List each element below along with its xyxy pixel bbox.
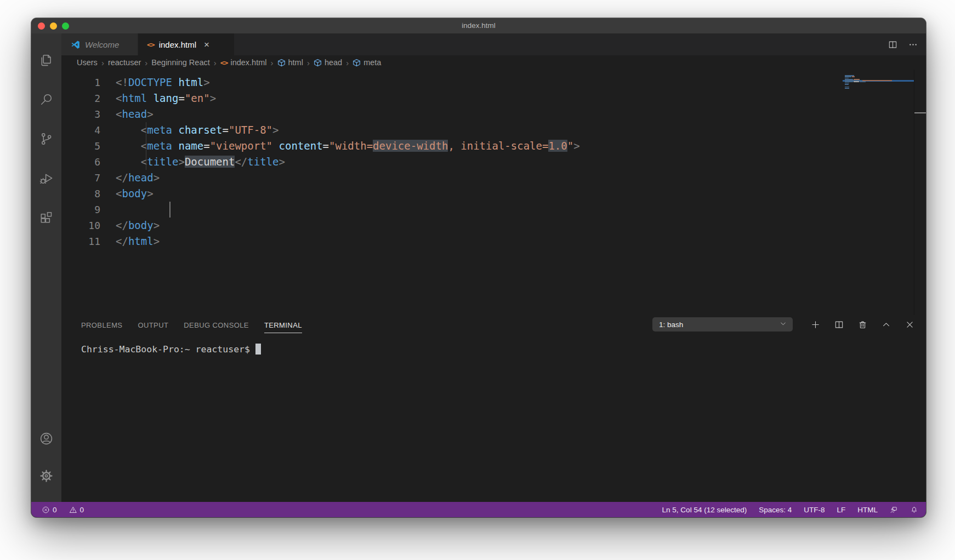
close-panel-button[interactable]	[905, 319, 915, 330]
code-text[interactable]: </html>	[116, 233, 160, 249]
terminal[interactable]: Chriss-MacBook-Pro:~ reactuser$	[81, 344, 261, 355]
code-line: 4 <meta charset="UTF-8">	[61, 122, 843, 138]
line-number: 9	[61, 202, 100, 218]
status-eol[interactable]: LF	[837, 506, 845, 514]
explorer-icon[interactable]	[31, 40, 61, 79]
extensions-icon[interactable]	[31, 198, 61, 237]
terminal-select[interactable]: 1: bash	[652, 317, 793, 332]
notifications-bell-icon[interactable]	[910, 506, 918, 514]
code-line: 3<head>	[61, 106, 843, 122]
code-line: 6 <title>Document</title>	[61, 154, 843, 170]
run-debug-icon[interactable]	[31, 158, 61, 198]
status-encoding[interactable]: UTF-8	[804, 506, 825, 514]
code-text[interactable]: <meta name="viewport" content="width=dev…	[116, 138, 580, 154]
minimap[interactable]	[843, 70, 914, 315]
maximize-panel-button[interactable]	[881, 319, 891, 330]
code-text[interactable]: <meta charset="UTF-8">	[116, 122, 279, 138]
code-text[interactable]: <title>Document</title>	[116, 154, 285, 170]
new-terminal-button[interactable]	[810, 319, 821, 330]
code-line: 2<html lang="en">	[61, 90, 843, 106]
code-line: 1<!DOCTYPE html>	[61, 75, 843, 90]
search-icon[interactable]	[31, 79, 61, 119]
tab-welcome[interactable]: Welcome	[61, 33, 138, 55]
kill-terminal-button[interactable]	[857, 319, 868, 330]
code-text[interactable]: <body>	[116, 186, 154, 202]
line-number: 5	[61, 138, 100, 154]
breadcrumb-beginning-react[interactable]: Beginning React	[151, 58, 209, 67]
warnings-status[interactable]: 0	[69, 506, 84, 514]
code-line: 7</head>	[61, 170, 843, 186]
window-title: index.html	[31, 18, 926, 33]
titlebar[interactable]: index.html	[31, 18, 926, 33]
code-text[interactable]: <html lang="en">	[116, 90, 216, 106]
status-language-mode[interactable]: HTML	[857, 506, 878, 514]
count-label: 0	[53, 506, 57, 514]
breadcrumb-label: head	[325, 58, 342, 67]
split-editor-icon[interactable]	[888, 39, 898, 50]
chevron-down-icon	[779, 319, 787, 329]
errors-status[interactable]: 0	[42, 506, 57, 514]
source-control-icon[interactable]	[31, 119, 61, 158]
terminal-toolbar: 1: bash	[652, 317, 915, 332]
breadcrumb-html[interactable]: html	[277, 58, 303, 67]
panel-tab-problems[interactable]: PROBLEMS	[81, 321, 122, 330]
line-number: 2	[61, 90, 100, 106]
split-terminal-button[interactable]	[834, 319, 844, 330]
status-bar: 00 Ln 5, Col 54 (12 selected)Spaces: 4UT…	[31, 502, 926, 517]
breadcrumb-label: meta	[363, 58, 381, 67]
code-text[interactable]: <head>	[116, 106, 154, 122]
screen: index.html Welcome<>index.html× Users›re…	[0, 0, 955, 560]
close-window-button[interactable]	[38, 22, 45, 30]
breadcrumb-reactuser[interactable]: reactuser	[108, 58, 141, 67]
active-indent-guide	[169, 202, 170, 218]
breadcrumb-label: Users	[77, 58, 98, 67]
code-editor[interactable]: 1<!DOCTYPE html>2<html lang="en">3<head>…	[61, 70, 926, 315]
breadcrumb-head[interactable]: head	[314, 58, 342, 67]
settings-gear-icon[interactable]	[31, 464, 61, 488]
tab-index-html[interactable]: <>index.html×	[138, 33, 235, 55]
account-icon[interactable]	[31, 426, 61, 450]
overview-ruler[interactable]	[914, 70, 926, 315]
line-number: 7	[61, 170, 100, 186]
code-line: 9	[61, 202, 843, 218]
breadcrumb-label: reactuser	[108, 58, 141, 67]
activity-bar	[31, 33, 61, 502]
symbol-cube-icon	[277, 59, 286, 67]
vscode-logo-icon	[70, 39, 81, 50]
breadcrumb-users[interactable]: Users	[77, 58, 98, 67]
feedback-icon[interactable]	[890, 506, 898, 514]
breadcrumb-index-html[interactable]: <>index.html	[220, 58, 267, 67]
overview-ruler-marker	[914, 112, 926, 113]
panel-tab-debug-console[interactable]: DEBUG CONSOLE	[184, 321, 249, 330]
tab-label: Welcome	[85, 40, 119, 49]
panel-tab-output[interactable]: OUTPUT	[138, 321, 168, 330]
line-number: 4	[61, 122, 100, 138]
html-tag-icon: <>	[147, 41, 155, 49]
zoom-window-button[interactable]	[62, 22, 69, 30]
count-label: 0	[80, 506, 84, 514]
line-number: 8	[61, 186, 100, 202]
status-cursor-position[interactable]: Ln 5, Col 54 (12 selected)	[662, 506, 747, 514]
line-number: 3	[61, 106, 100, 122]
code-text[interactable]: <!DOCTYPE html>	[116, 75, 210, 90]
breadcrumb-separator: ›	[214, 58, 217, 67]
tab-label: index.html	[159, 40, 196, 49]
code-text[interactable]: </head>	[116, 170, 160, 186]
html-tag-icon: <>	[220, 59, 228, 67]
code-text[interactable]: </body>	[116, 218, 160, 233]
close-tab-icon[interactable]: ×	[204, 40, 209, 49]
code-line: 8<body>	[61, 186, 843, 202]
line-number: 6	[61, 154, 100, 170]
panel-tab-terminal[interactable]: TERMINAL	[264, 321, 302, 333]
indent-guide	[146, 122, 146, 170]
traffic-lights	[38, 22, 69, 30]
breadcrumb: Users›reactuser›Beginning React›<>index.…	[61, 55, 926, 70]
breadcrumb-meta[interactable]: meta	[353, 58, 381, 67]
line-number: 10	[61, 218, 100, 233]
symbol-cube-icon	[314, 59, 322, 67]
minimize-window-button[interactable]	[50, 22, 57, 30]
code-line: 5 <meta name="viewport" content="width=d…	[61, 138, 843, 154]
more-actions-icon[interactable]	[908, 39, 918, 50]
breadcrumb-label: Beginning React	[151, 58, 209, 67]
status-indentation[interactable]: Spaces: 4	[759, 506, 792, 514]
